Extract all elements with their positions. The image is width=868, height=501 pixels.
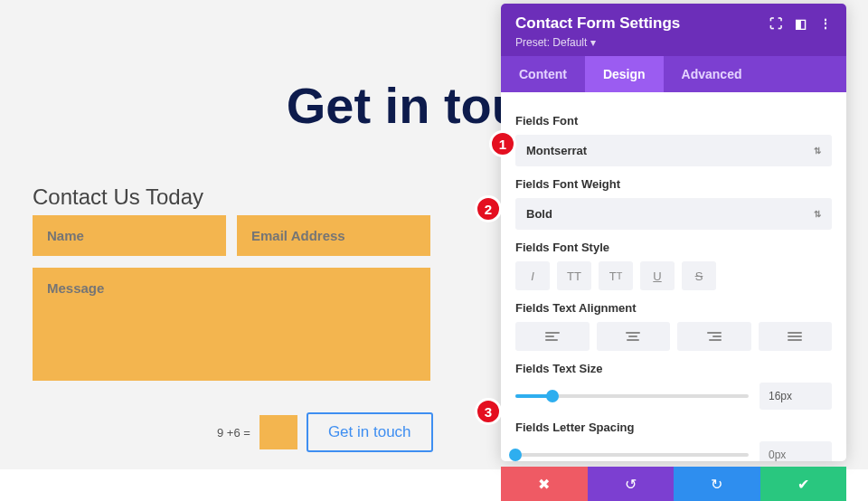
italic-icon[interactable]: I xyxy=(515,261,550,290)
undo-button[interactable]: ↺ xyxy=(588,467,675,501)
panel-header: Contact Form Settings ⛶ ◧ ⋮ Preset: Defa… xyxy=(501,4,846,56)
fields-weight-value: Bold xyxy=(526,207,552,221)
tab-design[interactable]: Design xyxy=(585,56,664,92)
fields-spacing-row xyxy=(515,441,832,461)
chevron-updown-icon: ⇅ xyxy=(814,146,821,156)
fields-font-label: Fields Font xyxy=(515,114,832,128)
fields-weight-select[interactable]: Bold ⇅ xyxy=(515,198,832,230)
contact-subheading: Contact Us Today xyxy=(33,184,203,210)
name-field[interactable] xyxy=(33,215,226,256)
slider-thumb[interactable] xyxy=(509,449,522,461)
align-center-icon[interactable] xyxy=(597,322,671,351)
tabs: Content Design Advanced xyxy=(501,56,846,92)
fields-size-slider[interactable] xyxy=(515,394,749,398)
annotation-badge-2: 2 xyxy=(475,195,502,222)
fields-weight-label: Fields Font Weight xyxy=(515,177,832,191)
tab-advanced[interactable]: Advanced xyxy=(664,56,760,92)
fields-size-label: Fields Text Size xyxy=(515,362,832,375)
columns-icon[interactable]: ◧ xyxy=(795,16,807,31)
uppercase-icon[interactable]: TT xyxy=(557,261,591,290)
annotation-badge-3: 3 xyxy=(475,398,502,425)
panel-footer: ✖ ↺ ↻ ✔ xyxy=(501,467,846,501)
captcha-row: 9 +6 = Get in touch xyxy=(217,412,433,452)
text-align-group xyxy=(515,322,832,351)
settings-panel: Contact Form Settings ⛶ ◧ ⋮ Preset: Defa… xyxy=(501,4,846,461)
underline-icon[interactable]: U xyxy=(640,261,675,290)
message-field[interactable] xyxy=(33,268,430,381)
align-right-icon[interactable] xyxy=(677,322,751,351)
smallcaps-icon[interactable]: TT xyxy=(599,261,633,290)
fields-spacing-value[interactable] xyxy=(760,441,832,461)
expand-icon[interactable]: ⛶ xyxy=(769,16,782,31)
fields-spacing-slider[interactable] xyxy=(515,453,749,457)
more-icon[interactable]: ⋮ xyxy=(819,16,832,31)
panel-body: Fields Font Montserrat ⇅ Fields Font Wei… xyxy=(501,92,846,461)
captcha-input[interactable] xyxy=(259,415,297,449)
slider-thumb[interactable] xyxy=(546,390,559,402)
fields-size-value[interactable] xyxy=(760,383,832,410)
fields-spacing-label: Fields Letter Spacing xyxy=(515,421,832,434)
annotation-badge-1: 1 xyxy=(489,130,516,157)
panel-title: Contact Form Settings xyxy=(515,14,680,33)
align-justify-icon[interactable] xyxy=(759,322,833,351)
fields-font-select[interactable]: Montserrat ⇅ xyxy=(515,135,832,166)
font-style-group: I TT TT U S xyxy=(515,261,832,290)
panel-header-icons: ⛶ ◧ ⋮ xyxy=(769,16,832,31)
strikethrough-icon[interactable]: S xyxy=(682,261,716,290)
captcha-question: 9 +6 = xyxy=(217,426,250,440)
save-button[interactable]: ✔ xyxy=(760,467,847,501)
chevron-updown-icon: ⇅ xyxy=(814,209,821,219)
email-field[interactable] xyxy=(237,215,430,256)
fields-size-row xyxy=(515,383,832,410)
fields-font-value: Montserrat xyxy=(526,144,587,157)
fields-style-label: Fields Font Style xyxy=(515,241,832,254)
fields-align-label: Fields Text Alignment xyxy=(515,301,832,315)
preset-label[interactable]: Preset: Default ▾ xyxy=(515,36,832,49)
align-left-icon[interactable] xyxy=(515,322,590,351)
redo-button[interactable]: ↻ xyxy=(674,467,760,501)
form-row-top xyxy=(33,215,430,256)
cancel-button[interactable]: ✖ xyxy=(501,467,588,501)
tab-content[interactable]: Content xyxy=(501,56,585,92)
submit-button[interactable]: Get in touch xyxy=(307,412,433,452)
